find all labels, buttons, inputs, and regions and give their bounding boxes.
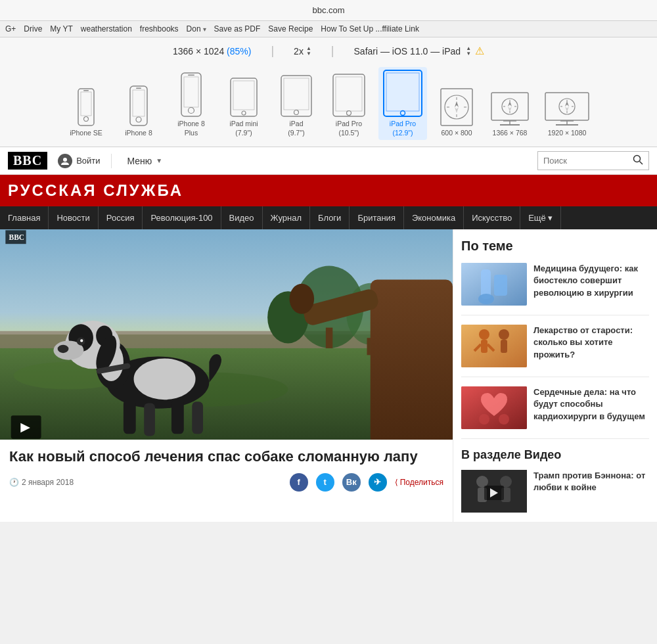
url-display[interactable]: bbc.com (312, 5, 344, 15)
telegram-share-button[interactable]: ✈ (369, 473, 387, 492)
nav-art[interactable]: Искусство (464, 206, 520, 229)
bookmark-saverecipe[interactable]: Save Recipe (268, 24, 313, 34)
device-ipad-mini[interactable]: iPad mini(7.9") (221, 75, 267, 140)
device-iphone-8[interactable]: iPhone 8 (116, 83, 162, 141)
svg-rect-32 (491, 93, 528, 120)
svg-point-94 (478, 294, 494, 304)
bbc-search-area[interactable] (537, 151, 649, 170)
bbc-main: BBC (0, 229, 657, 522)
bbc-logo: BBC (8, 152, 47, 170)
login-label: Войти (76, 156, 100, 166)
svg-marker-39 (508, 106, 512, 112)
facebook-share-button[interactable]: f (290, 473, 308, 492)
bbc-menu-area[interactable]: Меню ▼ (122, 156, 527, 166)
svg-rect-5 (133, 90, 145, 116)
iphone-8-plus-label: iPhone 8Plus (177, 120, 204, 137)
clock-icon: 🕐 (9, 478, 19, 487)
svg-point-2 (84, 116, 89, 121)
nav-more-arrow: ▾ (548, 213, 553, 223)
sidebar-item-3[interactable]: Сердечные дела: на что будут способны ка… (461, 386, 649, 439)
nav-blogs[interactable]: Блоги (310, 206, 350, 229)
svg-rect-61 (326, 328, 332, 348)
svg-rect-8 (181, 73, 201, 116)
scale-display: 2x ▲▼ (294, 46, 311, 57)
ipad-mini-icon (229, 78, 259, 117)
svg-marker-30 (455, 101, 459, 107)
article-text: Как новый способ лечения спас собаке сло… (0, 440, 453, 499)
device-ipad-pro-10[interactable]: iPad Pro(10.5") (326, 71, 372, 140)
bbc-banner: РУССКАЯ СЛУЖБА (0, 175, 657, 206)
device-iphone-8-plus[interactable]: iPhone 8Plus (168, 70, 214, 140)
browser-select-arrows[interactable]: ▲▼ (466, 46, 471, 57)
device-iphone-se[interactable]: iPhone SE (63, 85, 109, 141)
svg-point-17 (294, 110, 299, 115)
ipad-mini-label: iPad mini(7.9") (229, 120, 258, 137)
scale-arrows[interactable]: ▲▼ (306, 46, 311, 57)
vk-share-button[interactable]: Вк (342, 473, 361, 492)
sidebar-video-item-1[interactable]: Трамп против Бэннона: от любви к войне (461, 470, 649, 513)
bookmark-weather[interactable]: weatherstation (81, 24, 132, 34)
device-1920x1080[interactable]: 1920 × 1080 (540, 89, 594, 141)
svg-rect-18 (333, 74, 365, 116)
bbc-nav: Главная Новости Россия Революция-100 Вид… (0, 206, 657, 229)
bbc-login-area[interactable]: Войти (58, 154, 111, 168)
nav-revolution[interactable]: Революция-100 (143, 206, 221, 229)
svg-rect-101 (501, 340, 507, 353)
nav-journal[interactable]: Журнал (263, 206, 310, 229)
svg-point-6 (136, 117, 141, 122)
bookmark-don[interactable]: Don ▾ (187, 24, 206, 34)
search-icon[interactable] (633, 154, 643, 167)
svg-point-103 (479, 414, 489, 425)
nav-more[interactable]: Ещё ▾ (520, 206, 561, 229)
bookmark-savepdf[interactable]: Save as PDF (214, 24, 261, 34)
address-bar: bbc.com (0, 0, 657, 21)
svg-rect-72 (144, 403, 155, 436)
device-1366x768[interactable]: 1366 × 768 (486, 89, 533, 141)
device-ipad[interactable]: iPad(9.7") (273, 72, 319, 140)
svg-point-23 (401, 111, 405, 116)
sidebar-item-2[interactable]: Лекарство от старости: сколько вы хотите… (461, 325, 649, 377)
svg-rect-13 (233, 81, 254, 110)
article-image-svg: BBC (0, 229, 453, 440)
article-image[interactable]: BBC (0, 229, 453, 440)
iphone-se-label: iPhone SE (70, 129, 102, 138)
ipad-label: iPad(9.7") (288, 120, 304, 137)
nav-economics[interactable]: Экономика (404, 206, 464, 229)
ipad-pro-12-label: iPad Pro(12.9") (390, 120, 416, 137)
svg-point-104 (499, 414, 509, 425)
svg-rect-9 (184, 77, 198, 107)
bbc-article: BBC (0, 229, 453, 522)
device-600x800[interactable]: 600 × 800 (434, 85, 480, 141)
sidebar-text-1: Медицина будущего: как биостекло соверши… (533, 263, 649, 306)
sidebar-thumb-3 (461, 386, 527, 429)
svg-point-55 (634, 156, 641, 162)
sidebar-video-text-1: Трамп против Бэннона: от любви к войне (533, 470, 649, 513)
bookmark-freshbooks[interactable]: freshbooks (140, 24, 179, 34)
nav-news[interactable]: Новости (49, 206, 98, 229)
svg-point-70 (134, 359, 196, 400)
svg-rect-73 (171, 400, 184, 434)
nav-russia[interactable]: Россия (99, 206, 143, 229)
dimensions-display: 1366 × 1024 (85%) (173, 46, 252, 57)
nav-video[interactable]: Видео (221, 206, 263, 229)
share-link[interactable]: ⟨ Поделиться (395, 478, 443, 487)
bookmark-howtosetup[interactable]: How To Set Up ...ffiliate Link (321, 24, 419, 34)
svg-text:BBC: BBC (9, 233, 25, 241)
article-meta: 🕐 2 января 2018 f t Вк ✈ ⟨ Поделиться (9, 473, 443, 492)
separator2: | (331, 44, 334, 58)
device-ipad-pro-12[interactable]: iPad Pro(12.9") (378, 67, 427, 140)
ipad-pro-12-icon (382, 70, 423, 117)
twitter-share-button[interactable]: t (316, 473, 334, 492)
svg-point-83 (80, 340, 83, 342)
svg-point-14 (242, 111, 246, 115)
iphone-se-icon (76, 88, 97, 126)
bookmark-drive[interactable]: Drive (24, 24, 42, 34)
nav-main[interactable]: Главная (0, 206, 49, 229)
bookmark-gplus[interactable]: G+ (5, 24, 16, 34)
warning-icon: ⚠ (475, 45, 484, 57)
nav-britain[interactable]: Британия (350, 206, 404, 229)
sidebar-item-1[interactable]: Медицина будущего: как биостекло соверши… (461, 263, 649, 315)
bookmark-myyt[interactable]: My YT (50, 24, 72, 34)
browser-info: Safari — iOS 11.0 — iPad ▲▼ ⚠ (354, 45, 485, 57)
search-input[interactable] (543, 156, 629, 166)
